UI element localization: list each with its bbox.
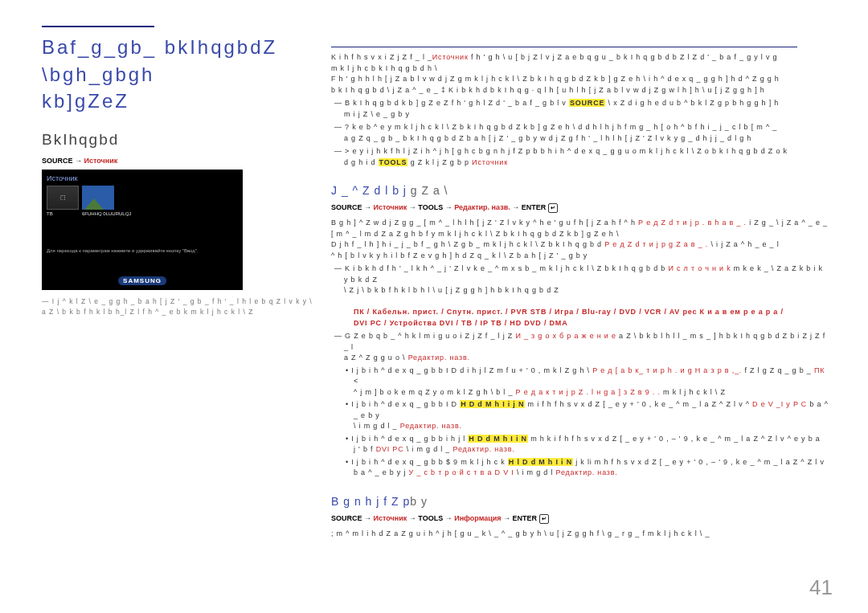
bullet-3: ― > e y i j h k f h l j Z i h ^ j h [ g … <box>331 146 829 168</box>
left-path: SOURCE → Источник <box>42 157 315 165</box>
shot-title: Источник <box>47 174 238 182</box>
screenshot-preview: Источник ⬚ ТВ 6FUHHQ 0LUURULQJ Для перех… <box>42 170 243 290</box>
intro-text: K i h f h s v x i Z j Z f _ l _Источник … <box>331 52 829 96</box>
sec1-t1: B g h ] ^ Z w d j Z g g _ [ m ^ _ l h l … <box>331 218 829 229</box>
path-source-ru: Источник <box>84 157 118 165</box>
sec1-t3: D j h f _ l h ] h i _ j _ b f _ g h \ Z … <box>331 239 829 251</box>
section-redaktir-title: J _ ^ Z d l b j g Z a \ <box>331 184 829 197</box>
path-arrow: → <box>75 157 84 165</box>
devices-list: ПК / Кабельн. прист. / Спутн. прист. / P… <box>331 296 829 329</box>
bullet-1: ― B k I h q g b d k b ] g Z e Z f h ' g … <box>331 98 829 120</box>
dot2: • I j b i h ^ d e x q _ g b b I D H D d … <box>331 399 829 432</box>
path-source: SOURCE <box>42 157 73 165</box>
section-heading: BkIhqgbd <box>42 131 315 149</box>
sec1-dash2: ― G Z e b q b _ ^ h k l m i g u o i Z j … <box>331 331 829 364</box>
thumb-tv: ⬚ ТВ <box>47 186 79 216</box>
page-main-title: Baf_g_gb_ bkIhqgbdZ \bgh_gbgh kb]gZeZ <box>42 34 315 115</box>
dot1: • I j b i h ^ d e x q _ g b b I D d i h … <box>331 366 829 398</box>
sec1-t4: ^ h [ b l v k y h i l b f Z e v g h ] h … <box>331 251 829 262</box>
sec1-dash1: ― K i b k h d f h ' _ l k h ^ _ j ' Z l … <box>331 264 829 296</box>
dot3: • I j b i h ^ d e x q _ g b b i h j l H … <box>331 434 829 456</box>
shot-caption: Для перехода к параметрам нажмите и удер… <box>47 248 238 253</box>
enter-icon: ↵ <box>539 514 549 524</box>
section-info-title: B g n h j f Z pb y <box>331 495 829 508</box>
sec2-txt: ; m ^ m l i h d Z a Z g u i h ^ j h [ g … <box>331 529 829 540</box>
main-title-l2: kb]gZeZ <box>42 90 129 112</box>
sec1-path: SOURCE → Источник → TOOLS → Редактир. на… <box>331 203 829 213</box>
sec1-t2: [ m ^ _ l m d Z a Z g h b f y m k l j h … <box>331 229 829 240</box>
sec2-path: SOURCE → Источник → TOOLS → Информация →… <box>331 514 829 524</box>
enter-icon: ↵ <box>548 203 558 213</box>
left-note: ― I j ^ k l Z \ e _ g g h _ b a h [ j Z … <box>42 296 315 317</box>
page-number: 41 <box>809 575 833 600</box>
thumb-sm: 6FUHHQ 0LUURULQJ <box>82 186 131 216</box>
dot4: • I j b i h ^ d e x q _ g b b $ 9 m k l … <box>331 457 829 479</box>
main-title-l1: Baf_g_gb_ bkIhqgbdZ \bgh_gbgh <box>42 36 277 85</box>
shot-brand: SAMSUNG <box>118 276 166 285</box>
bullet-2: ― ? k e b ^ e y m k l j h c k l \ Z b k … <box>331 122 829 144</box>
